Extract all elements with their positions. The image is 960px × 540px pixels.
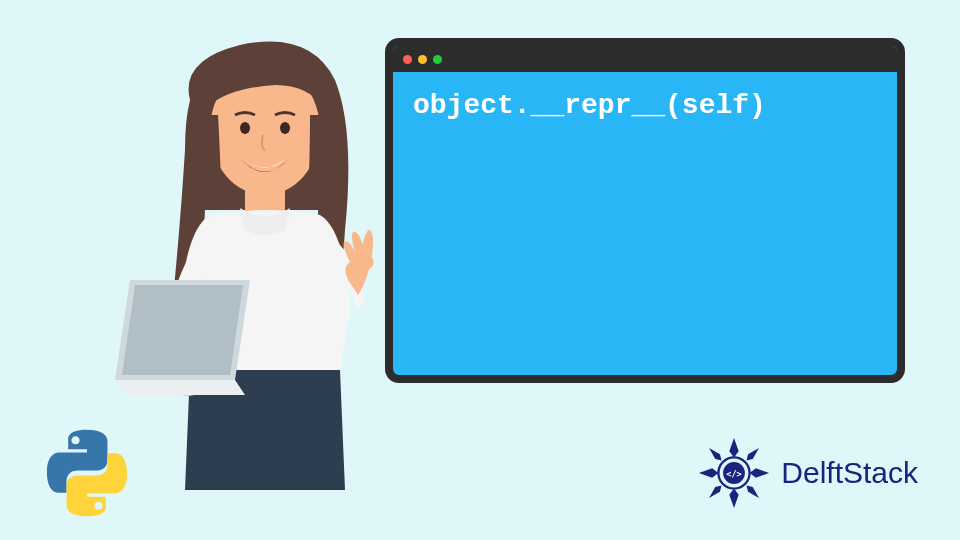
code-window: object.__repr__(self) [385,38,905,383]
mandala-icon: </> [695,434,773,512]
delftstack-logo: </> DelftStack [695,434,918,512]
code-text: object.__repr__(self) [393,72,897,139]
window-titlebar [393,46,897,72]
brand-name: DelftStack [781,456,918,490]
maximize-icon [433,55,442,64]
woman-illustration [110,30,430,490]
python-logo-icon [42,428,132,518]
svg-text:</>: </> [727,469,743,479]
svg-point-3 [280,122,290,134]
svg-point-2 [240,122,250,134]
